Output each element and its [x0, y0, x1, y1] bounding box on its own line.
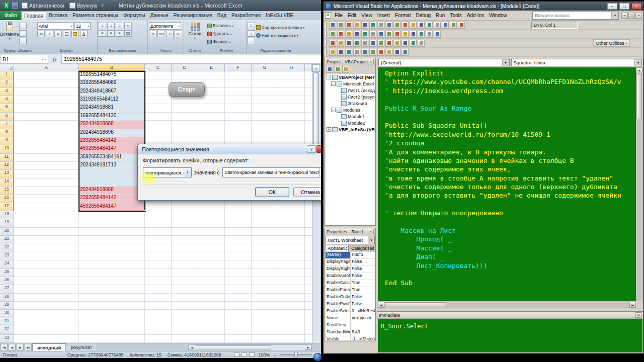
cell[interactable] — [278, 302, 305, 310]
cell[interactable] — [225, 113, 252, 121]
column-header-A[interactable]: A — [14, 64, 79, 71]
row-header-10[interactable]: 10 — [0, 145, 14, 153]
cell[interactable] — [278, 121, 305, 129]
dialog-titlebar[interactable]: Повторяющиеся значения ? × — [138, 144, 321, 154]
cell-B26[interactable] — [79, 277, 145, 285]
toolbar-icon[interactable] — [353, 49, 360, 56]
property-value[interactable]: -1 - xlSheetVisible — [351, 336, 375, 340]
menu-run[interactable]: Run — [433, 12, 447, 19]
cell[interactable] — [225, 294, 252, 302]
row-header-33[interactable]: 33 — [0, 335, 14, 343]
cell[interactable] — [252, 219, 278, 227]
cell[interactable] — [252, 88, 278, 96]
row-header-24[interactable]: 24 — [0, 260, 14, 268]
toolbar-icon[interactable] — [401, 40, 409, 47]
tab-4[interactable]: Формулы — [121, 11, 148, 20]
property-value[interactable]: False — [351, 273, 375, 280]
project-tree-item[interactable]: Module1 — [326, 113, 375, 120]
cell[interactable] — [145, 285, 172, 293]
cell-A27[interactable] — [14, 285, 79, 293]
cell[interactable] — [145, 104, 172, 112]
expander-icon[interactable]: - — [331, 108, 336, 112]
cell[interactable] — [198, 285, 225, 293]
cell[interactable] — [172, 318, 198, 326]
cell[interactable] — [145, 335, 172, 343]
cell-B27[interactable] — [79, 285, 145, 293]
cell-B8[interactable]: 202434918696 — [79, 129, 145, 137]
child-minimize-button[interactable]: − — [621, 13, 628, 19]
toolbar-icon[interactable] — [377, 40, 384, 47]
cell-B22[interactable] — [79, 244, 145, 252]
row-header-23[interactable]: 23 — [0, 252, 14, 260]
cell[interactable] — [305, 335, 312, 343]
project-tree-item[interactable]: -Microsoft Excel Objects — [326, 80, 375, 87]
cell[interactable] — [198, 335, 225, 343]
cell[interactable] — [305, 294, 312, 302]
project-tree-item[interactable]: +VBE_InExSu (VBE_InExSu.xlam) — [326, 126, 375, 133]
windows-start-orb[interactable] — [313, 353, 322, 361]
property-value[interactable]: False — [351, 294, 375, 301]
cell[interactable] — [225, 269, 252, 277]
toolbar-icon[interactable] — [337, 40, 344, 47]
cell[interactable] — [198, 203, 225, 211]
cell[interactable] — [252, 211, 278, 219]
maximize-button[interactable]: □ — [619, 3, 629, 10]
tab-categorized[interactable]: Categorized — [349, 245, 375, 251]
formula-input[interactable]: 1926551484075 — [61, 55, 321, 64]
close-icon[interactable]: × — [635, 312, 641, 318]
cell-A2[interactable] — [14, 79, 79, 87]
cell[interactable] — [278, 310, 305, 318]
cell[interactable] — [252, 335, 278, 343]
row-header-19[interactable]: 19 — [0, 219, 14, 227]
cell[interactable] — [225, 335, 252, 343]
cell-A7[interactable] — [14, 121, 79, 129]
cell-A32[interactable] — [14, 326, 79, 334]
toolbar-grip[interactable] — [325, 22, 327, 28]
cell[interactable] — [278, 211, 305, 219]
close-button[interactable]: × — [631, 3, 641, 10]
cell[interactable] — [278, 104, 305, 112]
code-horizontal-scrollbar[interactable]: ◀ ▶ — [378, 301, 636, 308]
menu-view[interactable]: View — [359, 12, 375, 19]
cell-A24[interactable] — [14, 260, 79, 268]
cell[interactable] — [198, 244, 225, 252]
row-header-7[interactable]: 7 — [0, 121, 14, 129]
cell[interactable] — [172, 219, 198, 227]
cell[interactable] — [198, 96, 225, 104]
toolbar-icon[interactable] — [385, 40, 392, 47]
toolbar-icon[interactable] — [369, 22, 376, 29]
cancel-button[interactable]: Отмена — [293, 187, 321, 197]
property-value[interactable]: 8,43 — [351, 329, 375, 336]
tab-8[interactable]: Разработчик — [229, 11, 263, 20]
qat-manual-calc-button[interactable]: Вручную — [68, 2, 99, 9]
cell[interactable] — [278, 260, 305, 268]
cell[interactable] — [198, 129, 225, 137]
toolbar-icon[interactable] — [345, 31, 352, 38]
cell[interactable] — [145, 302, 172, 310]
cell-B9[interactable]: 2392655484142 — [79, 137, 145, 145]
zoom-slider-thumb[interactable] — [294, 352, 298, 357]
cell[interactable] — [278, 71, 305, 79]
fill-button[interactable]: ↓ — [248, 30, 255, 37]
page-break-view-icon[interactable] — [249, 352, 255, 357]
toolbar-icon[interactable] — [361, 22, 368, 29]
cell[interactable] — [305, 252, 312, 260]
font-name-select[interactable]: Arial▾ — [37, 22, 73, 30]
row-header-28[interactable]: 28 — [0, 294, 14, 302]
column-header-D[interactable]: D — [172, 64, 198, 71]
cell[interactable] — [305, 219, 312, 227]
view-code-icon[interactable] — [326, 66, 333, 73]
expander-icon[interactable]: + — [327, 127, 331, 132]
menu-add-ins[interactable]: Add-Ins — [464, 12, 487, 19]
percent-style-button[interactable]: % — [149, 31, 156, 37]
cell[interactable] — [198, 326, 225, 334]
toolbar-icon[interactable] — [401, 22, 409, 29]
cell-B16[interactable]: 2392655484142 — [79, 195, 145, 203]
project-tree-item[interactable]: -VBAProject (Метки дубликатам kloadvam.x… — [326, 74, 375, 80]
scroll-thumb[interactable] — [636, 74, 642, 119]
cell[interactable] — [225, 228, 252, 236]
toolbar-icon[interactable] — [377, 22, 384, 29]
cell[interactable] — [225, 260, 252, 268]
cell[interactable] — [278, 79, 305, 87]
zoom-out-icon[interactable]: − — [273, 352, 276, 357]
